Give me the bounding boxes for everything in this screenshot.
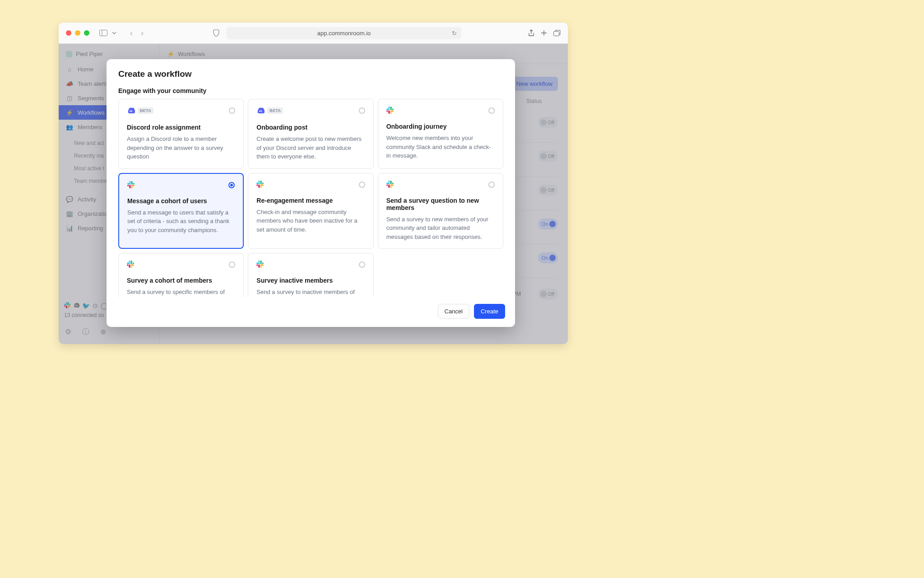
url-bar[interactable]: app.commonroom.io ↻ xyxy=(227,27,461,39)
radio-icon[interactable] xyxy=(488,182,495,188)
card-title: Onboarding journey xyxy=(386,123,495,130)
back-button[interactable]: ‹ xyxy=(127,28,135,39)
tabs-icon[interactable] xyxy=(553,29,561,37)
card-description: Send a survey to new members of your com… xyxy=(386,215,495,242)
modal-section-heading: Engage with your community xyxy=(107,81,515,99)
share-icon[interactable] xyxy=(528,29,534,37)
privacy-shield-icon[interactable] xyxy=(213,29,219,37)
card-description: Check-in and message community members w… xyxy=(256,208,365,234)
card-description: Create a welcome post to new members of … xyxy=(256,135,365,161)
card-title: Re-engagement message xyxy=(256,197,365,204)
discord-icon xyxy=(256,107,265,115)
create-workflow-modal: Create a workflow Engage with your commu… xyxy=(107,59,515,327)
workflow-template-card[interactable]: Message a cohort of usersSend a message … xyxy=(118,173,244,249)
card-title: Message a cohort of users xyxy=(127,197,235,205)
card-title: Send a survey question to new members xyxy=(386,197,495,211)
card-description: Send a survey to specific members of you… xyxy=(127,288,235,297)
workflow-template-card[interactable]: Onboarding journeyWelcome new members in… xyxy=(378,99,503,169)
card-title: Onboarding post xyxy=(256,124,365,131)
workflow-template-card[interactable]: BETAOnboarding postCreate a welcome post… xyxy=(248,99,373,169)
svg-rect-0 xyxy=(100,30,107,36)
card-description: Assign a Discord role to a member depend… xyxy=(127,135,235,161)
workflow-template-card[interactable]: Send a survey question to new membersSen… xyxy=(378,173,503,249)
slack-icon xyxy=(256,261,264,268)
discord-icon xyxy=(127,107,135,115)
cancel-button[interactable]: Cancel xyxy=(438,304,469,319)
radio-icon[interactable] xyxy=(359,261,365,268)
modal-scroll-area[interactable]: BETADiscord role assignmentAssign a Disc… xyxy=(118,99,512,297)
new-tab-icon[interactable] xyxy=(541,29,547,37)
url-text: app.commonroom.io xyxy=(317,30,371,37)
chevron-down-icon[interactable] xyxy=(112,32,116,34)
beta-badge: BETA xyxy=(138,107,153,114)
slack-icon xyxy=(386,181,394,188)
beta-badge: BETA xyxy=(267,107,283,114)
card-description: Send a survey to inactive members of you… xyxy=(256,288,365,297)
forward-button[interactable]: › xyxy=(138,28,146,39)
card-title: Survey inactive members xyxy=(256,277,365,284)
browser-chrome: ‹ › app.commonroom.io ↻ xyxy=(59,23,568,44)
reload-icon[interactable]: ↻ xyxy=(452,30,457,37)
minimize-window-icon[interactable] xyxy=(75,30,80,36)
create-button[interactable]: Create xyxy=(474,304,505,319)
radio-icon[interactable] xyxy=(488,107,495,114)
workflow-template-card[interactable]: Re-engagement messageCheck-in and messag… xyxy=(248,173,373,249)
card-description: Send a message to users that satisfy a s… xyxy=(127,208,235,235)
svg-rect-2 xyxy=(554,32,559,36)
sidebar-toggle-icon[interactable] xyxy=(99,30,107,36)
slack-icon xyxy=(256,181,264,188)
radio-icon[interactable] xyxy=(359,107,365,114)
radio-icon[interactable] xyxy=(359,182,365,188)
close-window-icon[interactable] xyxy=(66,30,71,36)
workflow-template-card[interactable]: Survey inactive membersSend a survey to … xyxy=(248,253,373,297)
workflow-template-card[interactable]: BETADiscord role assignmentAssign a Disc… xyxy=(118,99,244,169)
slack-icon xyxy=(127,181,135,188)
slack-icon xyxy=(127,261,134,268)
card-description: Welcome new members into your community … xyxy=(386,134,495,160)
modal-title: Create a workflow xyxy=(118,69,503,79)
radio-icon[interactable] xyxy=(228,182,235,188)
traffic-lights xyxy=(66,30,89,36)
maximize-window-icon[interactable] xyxy=(84,30,89,36)
slack-icon xyxy=(386,107,394,114)
workflow-template-card[interactable]: Survey a cohort of membersSend a survey … xyxy=(118,253,244,297)
card-title: Discord role assignment xyxy=(127,124,235,131)
card-title: Survey a cohort of members xyxy=(127,277,235,284)
